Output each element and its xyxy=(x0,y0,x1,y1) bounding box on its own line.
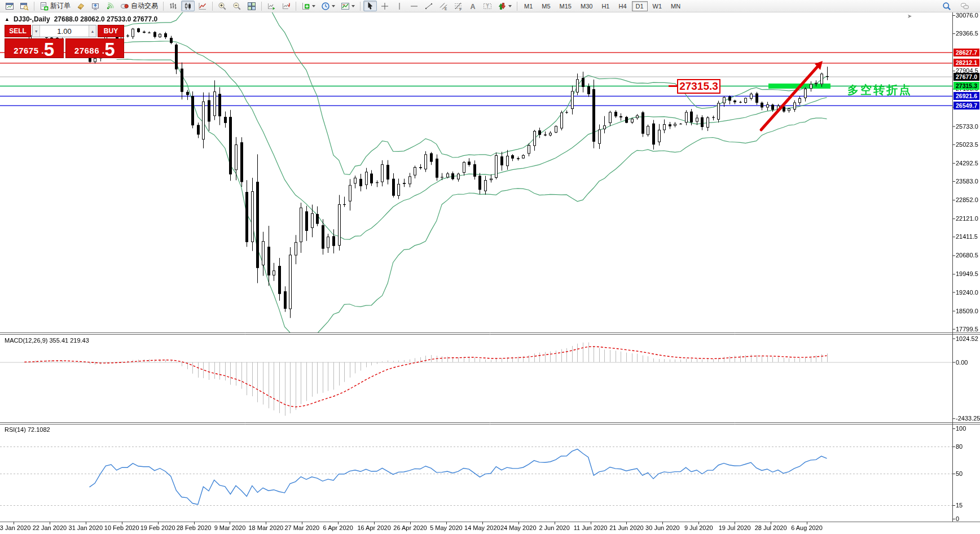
toolbar-group-zoom xyxy=(216,1,258,11)
chart-canvas[interactable] xyxy=(0,12,980,534)
toolbar-separator xyxy=(296,2,296,11)
macd-indicator-label: MACD(12,26,9) 355.41 219.43 xyxy=(5,337,89,344)
buy-price-fraction: 5 xyxy=(104,42,115,57)
toolbar-separator xyxy=(34,2,34,11)
toolbar-separator xyxy=(517,2,517,11)
toolbar-right-group xyxy=(940,1,972,11)
timeframe-m15-button[interactable]: M15 xyxy=(556,1,575,11)
volume-decrease-button[interactable]: ▼ xyxy=(33,25,40,37)
buy-price: 27686 . xyxy=(74,46,105,55)
toolbar-separator xyxy=(261,2,262,11)
fibonacci-retracement-icon[interactable]: F xyxy=(451,1,465,11)
chevron-down-icon xyxy=(312,5,315,9)
eraser-icon[interactable] xyxy=(74,1,87,11)
toolbar-group-trade: 新订单自动交易 xyxy=(37,1,160,11)
zoom-out-icon[interactable] xyxy=(230,1,244,11)
new-chart-icon[interactable] xyxy=(3,1,16,11)
cursor-icon[interactable] xyxy=(363,1,377,11)
candlestick-chart-icon[interactable] xyxy=(181,1,195,11)
timeframe-m5-button[interactable]: M5 xyxy=(538,1,554,11)
horizontal-line-icon[interactable] xyxy=(407,1,421,11)
toolbar-group-windows xyxy=(3,1,31,11)
trading-platform-window: 新订单自动交易EFATM1M5M15M30H1H4D1W1MN 30076.02… xyxy=(0,0,980,534)
svg-text:A: A xyxy=(471,2,476,10)
timeframe-m30-button[interactable]: M30 xyxy=(577,1,596,11)
buy-button[interactable]: BUY xyxy=(98,25,124,37)
vertical-line-icon[interactable] xyxy=(393,1,406,11)
svg-text:E: E xyxy=(445,7,447,11)
chevron-down-icon xyxy=(351,5,355,9)
toolbar-group-scroll xyxy=(265,1,293,11)
templates-icon[interactable] xyxy=(339,1,357,11)
chart-symbol-label: DJ30-,Daily xyxy=(14,15,50,23)
sell-price-fraction: 5 xyxy=(44,42,54,57)
pivot-annotation-text: 多空转折点 xyxy=(847,82,912,98)
timeframe-h4-button[interactable]: H4 xyxy=(614,1,630,11)
toolbar: 新订单自动交易EFATM1M5M15M30H1H4D1W1MN xyxy=(0,0,980,12)
one-click-toggle[interactable]: ▲ xyxy=(5,16,10,22)
text-label-icon[interactable]: T xyxy=(481,1,494,11)
chart-title-row: ▲ DJ30-,Daily 27688.0 28062.0 27533.0 27… xyxy=(5,15,157,23)
sell-price-box[interactable]: 27675 . 5 xyxy=(5,38,64,58)
rsi-indicator-label: RSI(14) 72.1082 xyxy=(5,426,50,433)
svg-text:F: F xyxy=(460,7,462,11)
toolbar-group-insert xyxy=(299,1,357,11)
svg-text:T: T xyxy=(486,3,489,8)
toolbar-group-drawing: EFAT xyxy=(363,1,514,11)
sell-button[interactable]: SELL xyxy=(5,25,31,37)
timeframe-m1-button[interactable]: M1 xyxy=(520,1,537,11)
chart-shift-icon[interactable] xyxy=(279,1,293,11)
sell-price: 27675 . xyxy=(14,46,44,55)
volume-input[interactable] xyxy=(40,25,89,37)
toolbar-separator xyxy=(163,2,164,11)
toolbar-group-chart-type xyxy=(166,1,209,11)
trendline-icon[interactable] xyxy=(422,1,436,11)
timeframe-d1-button[interactable]: D1 xyxy=(632,1,648,11)
auto-scroll-icon[interactable] xyxy=(265,1,278,11)
tile-windows-icon[interactable] xyxy=(245,1,258,11)
support-level-price-label: 27315.3 xyxy=(677,79,720,94)
signals-icon[interactable] xyxy=(103,1,117,11)
chat-icon[interactable] xyxy=(958,1,972,11)
volume-increase-button[interactable]: ▲ xyxy=(89,25,96,37)
periods-icon[interactable] xyxy=(319,1,337,11)
indicators-list-icon[interactable] xyxy=(299,1,318,11)
chevron-down-icon xyxy=(508,5,512,9)
arrows-shapes-icon[interactable] xyxy=(495,1,514,11)
scroll-to-end-marker[interactable]: ➤ xyxy=(907,13,912,19)
new-order-button[interactable]: 新订单 xyxy=(37,1,73,11)
zoom-in-icon[interactable] xyxy=(216,1,229,11)
text-tool-icon[interactable]: A xyxy=(466,1,480,11)
one-click-trading-panel: SELL ▼ ▲ BUY 27675 . 5 27686 . 5 xyxy=(5,25,124,58)
toolbar-group-timeframes: M1M5M15M30H1H4D1W1MN xyxy=(520,1,684,11)
equidistant-channel-icon[interactable]: E xyxy=(437,1,450,11)
buy-price-box[interactable]: 27686 . 5 xyxy=(65,38,125,58)
volume-spinner: ▼ ▲ xyxy=(32,25,96,37)
toolbar-separator xyxy=(360,2,361,11)
bar-chart-icon[interactable] xyxy=(166,1,180,11)
chart-ohlc-values: 27688.0 28062.0 27533.0 27677.0 xyxy=(54,15,158,23)
chevron-down-icon xyxy=(332,5,335,9)
search-icon[interactable] xyxy=(940,1,953,11)
publish-chart-icon[interactable] xyxy=(89,1,102,11)
auto-trading-button[interactable]: 自动交易 xyxy=(118,1,160,11)
timeframe-mn-button[interactable]: MN xyxy=(667,1,684,11)
profiles-icon[interactable] xyxy=(17,1,31,11)
timeframe-h1-button[interactable]: H1 xyxy=(597,1,613,11)
crosshair-icon[interactable] xyxy=(378,1,392,11)
timeframe-w1-button[interactable]: W1 xyxy=(649,1,666,11)
line-chart-icon[interactable] xyxy=(196,1,209,11)
toolbar-separator xyxy=(212,2,213,11)
